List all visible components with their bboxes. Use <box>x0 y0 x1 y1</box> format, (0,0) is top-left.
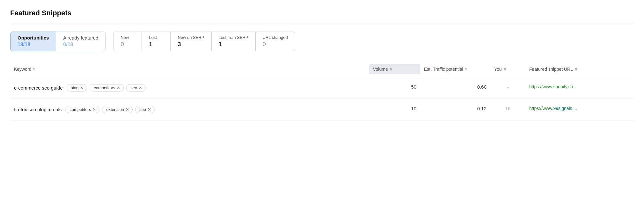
row-1-tag-seo[interactable]: seo ✕ <box>126 84 146 91</box>
row-2-traffic: 0.12 <box>420 105 490 113</box>
col-you[interactable]: You ⇅ <box>490 64 525 74</box>
stat-new-on-serp-label: New on SERP <box>178 35 204 40</box>
stat-new-label: New <box>121 35 129 40</box>
row-2-you-value: 16 <box>505 106 511 111</box>
stat-lost[interactable]: Lost 1 <box>142 32 171 51</box>
tab-already-featured-value: 0/18 <box>63 42 73 47</box>
main-container: Featured Snippets Opportunities 18/18 Al… <box>0 0 644 120</box>
stat-lost-label: Lost <box>149 35 157 40</box>
url-sort-icon: ⇅ <box>574 67 577 71</box>
row-1-you: - <box>490 83 525 92</box>
stat-new[interactable]: New 0 <box>113 32 142 51</box>
row-1-tag-blog-remove[interactable]: ✕ <box>80 85 84 90</box>
stat-url-changed-label: URL changed <box>263 35 288 40</box>
row-1-you-value: - <box>507 84 509 91</box>
row-2-url: https://www.99signals.... <box>525 105 634 112</box>
row-2-keyword: firefox seo plugin tools <box>14 107 62 112</box>
table-row: firefox seo plugin tools competitors ✕ e… <box>10 99 634 120</box>
row-2-tag-seo-remove[interactable]: ✕ <box>148 107 151 112</box>
volume-sort-icon: ⇅ <box>390 67 392 71</box>
results-table: Keyword ⇅ Volume ⇅ Est. Traffic potentia… <box>10 62 634 120</box>
row-1-volume: 50 <box>369 83 420 91</box>
stat-new-on-serp-value: 3 <box>178 41 181 48</box>
page-title: Featured Snippets <box>10 9 634 17</box>
filter-row: Opportunities 18/18 Already featured 0/1… <box>10 32 634 51</box>
row-2-tag-competitors[interactable]: competitors ✕ <box>65 106 99 113</box>
tab-opportunities-value: 18/18 <box>18 42 30 47</box>
tab-group: Opportunities 18/18 Already featured 0/1… <box>10 32 106 51</box>
row-1-url: https://www.shopify.co... <box>525 83 634 91</box>
title-divider <box>10 24 634 24</box>
row-1-url-brand: shopify.co <box>553 84 573 89</box>
row-1-tag-blog[interactable]: blog ✕ <box>67 84 87 91</box>
table-header: Keyword ⇅ Volume ⇅ Est. Traffic potentia… <box>10 62 634 77</box>
row-1-keyword-content: e-commerce seo guide blog ✕ competitors … <box>14 84 365 91</box>
traffic-sort-icon: ⇅ <box>465 67 468 71</box>
stat-new-value: 0 <box>121 41 124 48</box>
col-volume[interactable]: Volume ⇅ <box>369 64 420 74</box>
stat-url-changed[interactable]: URL changed 0 <box>256 32 295 51</box>
col-traffic-potential[interactable]: Est. Traffic potential ⇅ <box>420 64 490 74</box>
table-row: e-commerce seo guide blog ✕ competitors … <box>10 77 634 99</box>
tab-already-featured[interactable]: Already featured 0/18 <box>56 32 106 51</box>
tab-already-featured-label: Already featured <box>63 35 98 40</box>
row-1-keyword-cell: e-commerce seo guide blog ✕ competitors … <box>10 83 369 93</box>
row-2-url-brand: 99signals <box>553 106 572 111</box>
tab-opportunities[interactable]: Opportunities 18/18 <box>10 32 56 51</box>
row-1-tag-competitors[interactable]: competitors ✕ <box>90 84 124 91</box>
row-1-keyword: e-commerce seo guide <box>14 85 63 91</box>
stat-lost-value: 1 <box>149 41 152 48</box>
stat-url-changed-value: 0 <box>263 41 266 48</box>
row-2-volume: 10 <box>369 105 420 113</box>
col-keyword[interactable]: Keyword ⇅ <box>10 64 369 74</box>
row-2-tag-extension[interactable]: extension ✕ <box>102 106 133 113</box>
tab-opportunities-label: Opportunities <box>18 35 49 40</box>
keyword-sort-icon: ⇅ <box>33 67 36 71</box>
row-2-tag-seo[interactable]: seo ✕ <box>135 106 155 113</box>
row-2-keyword-content: firefox seo plugin tools competitors ✕ e… <box>14 106 365 113</box>
stat-group: New 0 Lost 1 New on SERP 3 Lost from SER… <box>113 32 295 51</box>
stat-new-on-serp[interactable]: New on SERP 3 <box>171 32 211 51</box>
row-1-tag-competitors-remove[interactable]: ✕ <box>117 85 120 90</box>
row-2-tag-extension-remove[interactable]: ✕ <box>126 107 129 112</box>
stat-lost-from-serp[interactable]: Lost from SERP 1 <box>212 32 256 51</box>
row-1-tag-seo-remove[interactable]: ✕ <box>139 85 142 90</box>
col-featured-url[interactable]: Featured snippet URL ⇅ <box>525 64 634 74</box>
stat-lost-from-serp-value: 1 <box>219 41 222 48</box>
row-2-you: 16 <box>490 105 525 113</box>
row-2-tag-competitors-remove[interactable]: ✕ <box>92 107 96 112</box>
row-1-traffic: 0.60 <box>420 83 490 91</box>
stat-lost-from-serp-label: Lost from SERP <box>219 35 248 40</box>
you-sort-icon: ⇅ <box>503 67 506 71</box>
row-2-keyword-cell: firefox seo plugin tools competitors ✕ e… <box>10 105 369 114</box>
